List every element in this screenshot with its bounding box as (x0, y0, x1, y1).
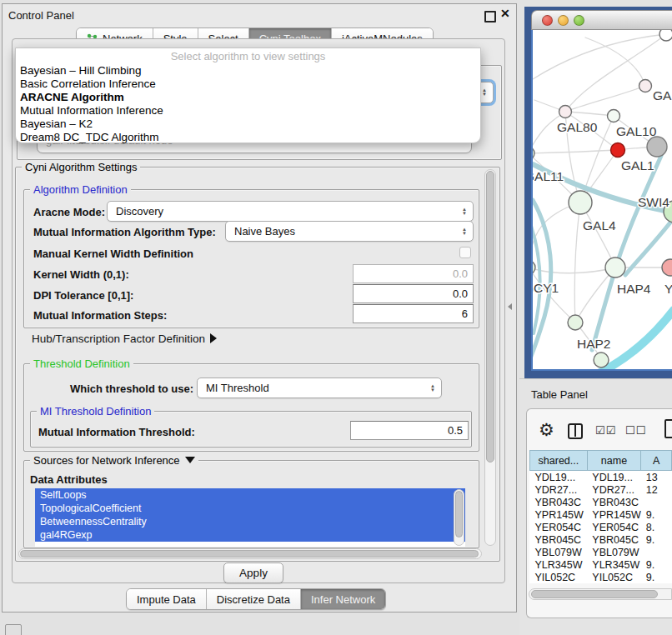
mi-type-label: Mutual Information Algorithm Type: (33, 226, 216, 238)
attribute-list-item[interactable]: TopologicalCoefficient (35, 502, 465, 515)
network-node-label: GAL10 (616, 124, 657, 138)
attribute-list-item[interactable]: gal4RGexp (35, 528, 465, 542)
which-threshold-combo[interactable]: MI Threshold ▲▼ (197, 378, 442, 398)
mi-threshold-group-label: MI Threshold Definition (37, 405, 154, 418)
network-node-gal1[interactable] (611, 143, 625, 158)
tab-impute-data[interactable]: Impute Data (127, 589, 206, 609)
network-node[interactable] (659, 30, 672, 41)
table-row[interactable]: YER054CYER054C8. (530, 521, 672, 533)
close-traffic-light-icon[interactable] (542, 15, 553, 26)
table-row[interactable]: YIL052CYIL052C9. (530, 571, 672, 583)
mi-steps-input[interactable]: 6 (353, 304, 474, 323)
unchecked-pair-icon[interactable]: ☐☐ (625, 424, 646, 437)
settings-vscrollbar-thumb[interactable] (486, 171, 494, 462)
which-threshold-label: Which threshold to use: (70, 382, 193, 395)
network-node-gal80[interactable] (559, 106, 572, 118)
dropdown-item-list: Bayesian – Hill ClimbingBasic Correlatio… (16, 64, 480, 144)
sources-group-label[interactable]: Sources for Network Inference (30, 454, 198, 467)
table-row[interactable]: YDR27...YDR27...12 (530, 483, 672, 496)
network-node-hap4[interactable] (605, 258, 625, 278)
table-column-header[interactable]: name (587, 451, 640, 471)
checked-pair-icon[interactable]: ☑☑ (595, 424, 616, 437)
network-node-gcy1[interactable] (533, 261, 535, 274)
network-edge[interactable] (592, 156, 661, 350)
network-node-hap2[interactable] (568, 315, 583, 330)
tab-discretize-data[interactable]: Discretize Data (206, 589, 300, 609)
float-window-icon[interactable] (484, 11, 496, 22)
dpi-tolerance-input[interactable]: 0.0 (353, 284, 474, 303)
apply-button[interactable]: Apply (223, 562, 283, 583)
dropdown-placeholder: Select algorithm to view settings (16, 50, 480, 64)
dropdown-item[interactable]: Mutual Information Inference (16, 104, 480, 118)
data-attributes-list[interactable]: SelfLoopsTopologicalCoefficientBetweenne… (35, 488, 465, 547)
minimized-panel-button[interactable] (5, 624, 22, 635)
network-window-titlebar[interactable] (531, 10, 672, 30)
attribute-list-item[interactable]: SelfLoops (35, 488, 465, 502)
dropdown-item[interactable]: ARACNE Algorithm (16, 91, 480, 104)
table-cell: YBR043C (530, 496, 588, 508)
panel-divider-handle[interactable] (508, 303, 512, 310)
table-cell: YPR145W (587, 508, 640, 521)
network-node-gal[interactable] (639, 80, 652, 92)
close-icon[interactable]: ✕ (500, 7, 510, 20)
dropdown-item[interactable]: Dream8 DC_TDC Algorithm (16, 131, 480, 144)
zoom-traffic-light-icon[interactable] (574, 15, 584, 26)
table-panel-title: Table Panel (531, 388, 588, 401)
bottom-tabbar: Impute Data Discretize Data Infer Networ… (126, 588, 386, 610)
network-canvas[interactable]: GALGAL80GAL10GAL1GAL11SWI4GAL4GCY1HAP4YH… (531, 30, 672, 371)
table-cell: 9. (641, 508, 672, 521)
network-node[interactable] (647, 137, 667, 157)
table-cell: 12 (641, 483, 672, 496)
network-edge[interactable] (533, 268, 615, 273)
network-edge[interactable] (533, 200, 551, 358)
table-hscrollbar-thumb[interactable] (531, 590, 658, 598)
collapsed-arrow-icon (210, 333, 217, 343)
mi-threshold-input[interactable]: 0.5 (350, 421, 469, 440)
attributes-vscrollbar-thumb[interactable] (455, 491, 463, 538)
kernel-width-input[interactable]: 0.0 (353, 264, 474, 283)
manual-kernel-checkbox[interactable] (459, 247, 471, 258)
table-cell: 9. (641, 571, 672, 583)
table-column-header[interactable]: A (641, 451, 672, 471)
tab-infer-network[interactable]: Infer Network (300, 589, 385, 609)
table-row[interactable]: YBR045CYBR045C9. (530, 533, 672, 546)
network-edge[interactable] (574, 202, 580, 322)
network-node-y[interactable] (662, 259, 672, 276)
table-cell: 9. (641, 533, 672, 546)
table-column-header[interactable]: shared... (530, 451, 588, 471)
minimize-traffic-light-icon[interactable] (558, 15, 569, 26)
table-row[interactable]: YBR043CYBR043C (530, 496, 672, 508)
document-icon[interactable] (664, 419, 672, 438)
dropdown-item[interactable]: Bayesian – Hill Climbing (16, 64, 480, 78)
table-cell: YBR043C (587, 496, 640, 508)
dropdown-item[interactable]: Bayesian – K2 (16, 118, 480, 131)
network-node-gal4[interactable] (569, 191, 592, 214)
dropdown-item[interactable]: Basic Correlation Inference (16, 78, 480, 91)
attribute-list-item[interactable]: BetweennessCentrality (35, 515, 465, 528)
network-node-gal10[interactable] (608, 110, 620, 122)
table-cell: YLR345W (587, 558, 640, 571)
table-cell (641, 546, 672, 558)
table-row[interactable]: YLR345WYLR345W9. (530, 558, 672, 571)
network-edge[interactable] (533, 150, 618, 153)
network-edge[interactable] (533, 34, 666, 79)
gear-icon[interactable]: ⚙ (539, 420, 554, 440)
table-row[interactable]: YBL079WYBL079W (530, 546, 672, 558)
node-table[interactable]: shared...nameA YDL19...YDL19...13YDR27..… (529, 450, 672, 583)
table-row[interactable]: YPR145WYPR145W9. (530, 508, 672, 521)
table-row[interactable]: YDL19...YDL19...13 (530, 471, 672, 484)
cyni-settings-group-label: Cyni Algorithm Settings (22, 161, 140, 173)
network-edge[interactable] (565, 34, 666, 112)
table-cell: 8. (641, 521, 672, 533)
network-edge[interactable] (585, 38, 645, 86)
table-cell: YDL19... (530, 471, 588, 484)
network-edge[interactable] (565, 112, 614, 116)
mi-threshold-label: Mutual Information Threshold: (38, 426, 195, 438)
settings-hscrollbar-thumb[interactable] (20, 550, 479, 558)
threshold-definition-label: Threshold Definition (30, 358, 133, 370)
mi-type-combo[interactable]: Naive Bayes ▲▼ (225, 221, 474, 242)
columns-icon[interactable] (568, 423, 583, 439)
aracne-mode-combo[interactable]: Discovery ▲▼ (107, 201, 474, 222)
hub-definition-toggle[interactable]: Hub/Transcription Factor Definition (32, 332, 217, 345)
network-node[interactable] (594, 352, 609, 368)
